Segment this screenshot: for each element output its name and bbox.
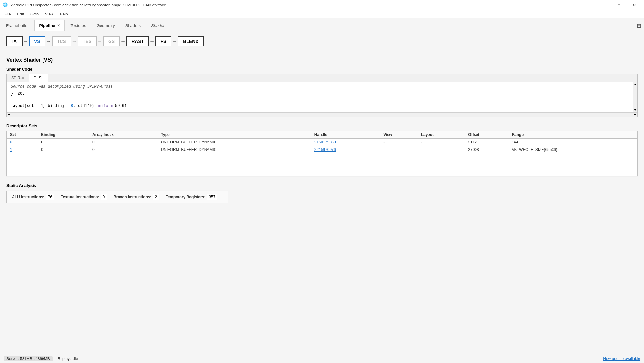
- binding-0: 0: [38, 138, 89, 146]
- handle-link-0[interactable]: 2150179360: [314, 140, 336, 144]
- sa-tempreg-label: Temporary Registers:: [166, 195, 205, 199]
- array-index-1: 0: [89, 146, 158, 153]
- binding-1: 0: [38, 146, 89, 153]
- scroll-right-arrow[interactable]: ►: [634, 113, 637, 116]
- pipeline-arrow-5: →: [120, 38, 126, 44]
- close-button[interactable]: ✕: [627, 0, 641, 10]
- array-index-0: 0: [89, 138, 158, 146]
- layout-1: -: [418, 146, 465, 153]
- sa-texture-value: 0: [101, 194, 107, 200]
- col-header-range: Range: [508, 131, 637, 138]
- offset-0: 2112: [465, 138, 508, 146]
- table-row: 0 0 0 UNIFORM_BUFFER_DYNAMIC 2150179360 …: [7, 138, 638, 146]
- code-tab-glsl[interactable]: GLSL: [29, 74, 48, 82]
- set-link-1[interactable]: 1: [10, 147, 12, 152]
- app-icon: 🌐: [3, 2, 8, 8]
- col-header-offset: Offset: [465, 131, 508, 138]
- window-controls: — □ ✕: [596, 0, 641, 10]
- sa-branch-value: 2: [153, 194, 159, 200]
- pipeline-node-tes[interactable]: TES: [78, 36, 97, 46]
- shader-code-title: Shader Code: [6, 67, 638, 72]
- menu-help[interactable]: Help: [57, 11, 71, 17]
- scroll-left-arrow[interactable]: ◄: [7, 113, 10, 116]
- sa-branch-label: Branch Instructions:: [113, 195, 151, 199]
- menu-view[interactable]: View: [42, 11, 57, 17]
- code-body: Source code was decompiled using SPIRV-C…: [7, 82, 637, 112]
- type-1: UNIFORM_BUFFER_DYNAMIC: [158, 146, 311, 153]
- replay-value: Idle: [72, 357, 78, 361]
- pipeline-flow: IA → VS → TCS → TES → GS → RAST →: [6, 36, 638, 46]
- handle-link-1[interactable]: 2215970976: [314, 147, 336, 152]
- menu-edit[interactable]: Edit: [14, 11, 27, 17]
- title-bar: 🌐 Android GPU Inspector - com.activision…: [0, 0, 644, 10]
- server-label: Server:: [6, 357, 19, 361]
- code-line-1: } _26;: [11, 91, 631, 97]
- table-row: 1 0 0 UNIFORM_BUFFER_DYNAMIC 2215970976 …: [7, 146, 638, 153]
- col-header-handle: Handle: [311, 131, 380, 138]
- window-title: Android GPU Inspector - com.activision.c…: [11, 3, 166, 7]
- content-area: Vertex Shader (VS) Shader Code SPIR-V GL…: [0, 52, 644, 354]
- code-tab-bar: SPIR-V GLSL: [7, 74, 637, 82]
- range-1: VK_WHOLE_SIZE(65536): [508, 146, 637, 153]
- update-available-link[interactable]: New update available: [603, 357, 640, 361]
- pipeline-arrow-7: →: [172, 38, 177, 44]
- main-content: IA → VS → TCS → TES → GS → RAST →: [0, 31, 644, 354]
- col-header-binding: Binding: [38, 131, 89, 138]
- code-scrollbar-horizontal[interactable]: ◄ ►: [7, 112, 637, 117]
- code-tab-spirv[interactable]: SPIR-V: [7, 74, 29, 82]
- pipeline-arrow-2: →: [46, 38, 51, 44]
- tab-geometry[interactable]: Geometry: [92, 20, 120, 31]
- pipeline-node-vs[interactable]: VS: [29, 36, 45, 46]
- sa-alu-label: ALU Instructions:: [12, 195, 44, 199]
- tab-bar: Framebuffer Pipeline ✕ Textures Geometry…: [0, 18, 644, 31]
- menu-goto[interactable]: Goto: [27, 11, 42, 17]
- pipeline-diagram: IA → VS → TCS → TES → GS → RAST →: [0, 31, 644, 52]
- replay-label: Replay:: [58, 357, 71, 361]
- view-0: -: [380, 138, 418, 146]
- table-row-empty-3: [7, 169, 638, 176]
- layout-0: -: [418, 138, 465, 146]
- table-row-empty-2: [7, 161, 638, 169]
- static-analysis-title: Static Analysis: [6, 183, 638, 188]
- pipeline-node-blend[interactable]: BLEND: [178, 36, 204, 46]
- range-0: 144: [508, 138, 637, 146]
- tab-pipeline[interactable]: Pipeline ✕: [34, 20, 65, 31]
- col-header-view: View: [380, 131, 418, 138]
- maximize-button[interactable]: □: [612, 0, 626, 10]
- sa-texture-label: Texture Instructions:: [61, 195, 99, 199]
- pipeline-arrow-3: →: [72, 38, 77, 44]
- set-link-0[interactable]: 0: [10, 140, 12, 144]
- offset-1: 27008: [465, 146, 508, 153]
- pipeline-node-gs[interactable]: GS: [103, 36, 120, 46]
- tab-framebuffer[interactable]: Framebuffer: [1, 20, 34, 31]
- pipeline-node-ia[interactable]: IA: [6, 36, 23, 46]
- descriptor-sets-table: Set Binding Array Index Type Handle View…: [6, 131, 638, 177]
- minimize-button[interactable]: —: [596, 0, 610, 10]
- pipeline-arrow-6: →: [149, 38, 155, 44]
- tab-shader-italic[interactable]: Shader: [146, 20, 169, 31]
- section-title: Vertex Shader (VS): [6, 57, 638, 63]
- pipeline-arrow-4: →: [97, 38, 102, 44]
- grid-layout-icon[interactable]: ⊞: [637, 22, 641, 29]
- descriptor-sets-title: Descriptor Sets: [6, 123, 638, 128]
- tab-textures[interactable]: Textures: [65, 20, 91, 31]
- scroll-down-arrow[interactable]: ▼: [633, 108, 637, 112]
- static-analysis-box: ALU Instructions: 76 Texture Instruction…: [6, 191, 228, 203]
- code-scrollbar-vertical[interactable]: ▲ ▼: [633, 82, 637, 112]
- pipeline-node-fs[interactable]: FS: [155, 36, 171, 46]
- scroll-up-arrow[interactable]: ▲: [633, 82, 637, 86]
- tab-shaders[interactable]: Shaders: [120, 20, 146, 31]
- menu-bar: File Edit Goto View Help: [0, 10, 644, 18]
- col-header-type: Type: [158, 131, 311, 138]
- pipeline-node-tcs[interactable]: TCS: [52, 36, 71, 46]
- server-value: 581MB of 899MB: [20, 357, 50, 361]
- replay-status: Replay: Idle: [58, 357, 78, 361]
- pipeline-node-rast[interactable]: RAST: [126, 36, 149, 46]
- descriptor-sets-section: Descriptor Sets Set Binding Array Index …: [6, 123, 638, 177]
- tab-pipeline-close[interactable]: ✕: [57, 24, 60, 28]
- col-header-set: Set: [7, 131, 38, 138]
- menu-file[interactable]: File: [1, 11, 14, 17]
- pipeline-arrow-1: →: [23, 38, 28, 44]
- code-decompile-info: Source code was decompiled using SPIRV-C…: [11, 84, 631, 89]
- table-row-empty-1: [7, 153, 638, 161]
